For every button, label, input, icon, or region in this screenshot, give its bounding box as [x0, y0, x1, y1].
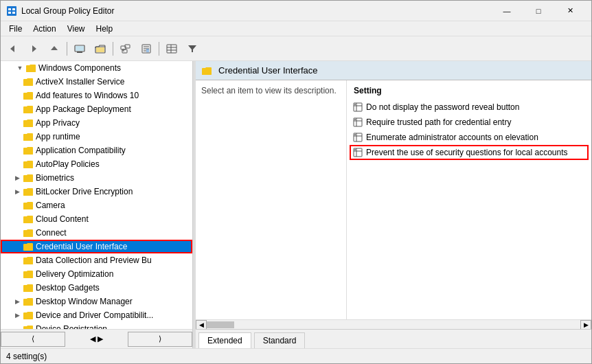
setting-row-s2[interactable]: Require trusted path for credential entr…	[350, 115, 589, 130]
tree-item-appRuntime[interactable]: App runtime	[1, 130, 192, 144]
folder-icon-camera	[23, 200, 34, 211]
setting-row-s3[interactable]: Enumerate administrator accounts on elev…	[350, 130, 589, 145]
description-pane: Select an item to view its description.	[196, 80, 347, 319]
expander-cloudContent[interactable]	[12, 214, 23, 225]
expander-appCompat[interactable]	[12, 145, 23, 156]
tree-item-desktopWindowMgr[interactable]: ▶ Desktop Window Manager	[1, 295, 192, 308]
tree-label-deliveryOpt: Delivery Optimization	[36, 269, 113, 279]
h-scroll-left[interactable]: ◀	[196, 320, 207, 330]
status-bar: 4 setting(s)	[1, 348, 591, 363]
expander-camera[interactable]	[12, 200, 23, 211]
folder-icon-deliveryOpt	[23, 269, 34, 280]
window-title: Local Group Policy Editor	[21, 6, 491, 16]
folder-icon-desktopGadgets	[23, 282, 34, 293]
folder-tree-button[interactable]	[116, 39, 135, 58]
setting-row-s1[interactable]: Do not display the password reveal butto…	[350, 100, 589, 115]
settings-header: Setting	[350, 83, 589, 100]
tree-item-biometrics[interactable]: ▶ Biometrics	[1, 171, 192, 185]
tree-label-deviceDriver: Device and Driver Compatibilit...	[36, 310, 153, 320]
folder-icon-desktopWindowMgr	[23, 296, 34, 307]
tree-label-addFeatures: Add features to Windows 10	[36, 91, 139, 100]
policy-button[interactable]	[137, 39, 156, 58]
expander-addFeatures[interactable]	[12, 90, 23, 101]
tree-item-deviceReg[interactable]: Device Registration	[1, 322, 192, 329]
menu-view[interactable]: View	[62, 23, 91, 35]
folder-icon-appRuntime	[23, 131, 34, 142]
header-folder-icon	[201, 65, 212, 76]
folder-icon-biometrics	[23, 172, 34, 183]
expander-desktopGadgets[interactable]	[12, 282, 23, 293]
tree-item-windows-components[interactable]: ▼ Windows Components	[1, 61, 192, 75]
expander-autoPlay[interactable]	[12, 159, 23, 170]
tree-item-activeX[interactable]: ActiveX Installer Service	[1, 75, 192, 89]
tree-item-appPrivacy[interactable]: App Privacy	[1, 116, 192, 130]
minimize-button[interactable]: —	[491, 1, 523, 21]
expander-icon[interactable]: ▼	[14, 62, 25, 73]
tree-item-credentialUI[interactable]: Credential User Interface	[1, 240, 192, 253]
expander-bitLocker[interactable]: ▶	[12, 186, 23, 197]
tree-label-biometrics: Biometrics	[36, 173, 74, 183]
tree-label-cloudContent: Cloud Content	[36, 214, 89, 224]
tab-extended[interactable]: Extended	[198, 332, 251, 348]
expander-appRuntime[interactable]	[12, 131, 23, 142]
tree-item-desktopGadgets[interactable]: Desktop Gadgets	[1, 281, 192, 295]
expander-biometrics[interactable]: ▶	[12, 172, 23, 183]
svg-rect-0	[7, 6, 16, 16]
tree-item-appPackage[interactable]: App Package Deployment	[1, 102, 192, 116]
tree-scroll[interactable]: ▼ Windows Components ActiveX Installer S…	[1, 61, 192, 329]
tree-nav-indicator: ◀ ▶	[65, 332, 128, 347]
h-scrollbar[interactable]: ◀ ▶	[196, 319, 591, 329]
table-view-button[interactable]	[162, 39, 181, 58]
svg-rect-3	[8, 12, 11, 14]
browse-button[interactable]	[91, 39, 110, 58]
expander-deliveryOpt[interactable]	[12, 269, 23, 280]
setting-text-s2: Require trusted path for credential entr…	[366, 117, 511, 127]
h-scroll-right[interactable]: ▶	[580, 320, 591, 330]
tab-standard[interactable]: Standard	[254, 332, 306, 348]
expander-deviceReg[interactable]	[12, 323, 23, 329]
main-content: ▼ Windows Components ActiveX Installer S…	[1, 61, 591, 348]
expander-appPrivacy[interactable]	[12, 117, 23, 128]
tree-item-deviceDriver[interactable]: ▶ Device and Driver Compatibilit...	[1, 308, 192, 322]
svg-rect-9	[77, 52, 82, 53]
expander-activeX[interactable]	[12, 76, 23, 87]
setting-row-s4[interactable]: Prevent the use of security questions fo…	[350, 145, 589, 160]
tree-item-addFeatures[interactable]: Add features to Windows 10	[1, 89, 192, 102]
tree-item-connect[interactable]: Connect	[1, 226, 192, 240]
forward-button[interactable]	[24, 39, 43, 58]
expander-credentialUI[interactable]	[12, 241, 23, 252]
browse-computer-button[interactable]	[70, 39, 89, 58]
maximize-button[interactable]: □	[523, 1, 554, 21]
expander-appPackage[interactable]	[12, 104, 23, 115]
tree-item-dataCollection[interactable]: Data Collection and Preview Bu	[1, 253, 192, 267]
tree-panel: ▼ Windows Components ActiveX Installer S…	[1, 61, 193, 348]
menu-action[interactable]: Action	[27, 23, 61, 35]
tree-label-activeX: ActiveX Installer Service	[36, 77, 124, 87]
tree-item-cloudContent[interactable]: Cloud Content	[1, 212, 192, 226]
tree-item-camera[interactable]: Camera	[1, 198, 192, 212]
main-window: Local Group Policy Editor — □ ✕ File Act…	[0, 0, 592, 364]
expander-deviceDriver[interactable]: ▶	[12, 310, 23, 321]
back-button[interactable]	[3, 39, 23, 58]
menu-help[interactable]: Help	[91, 23, 119, 35]
tree-item-deliveryOpt[interactable]: Delivery Optimization	[1, 267, 192, 281]
tree-item-autoPlay[interactable]: AutoPlay Policies	[1, 157, 192, 171]
tree-expand-button[interactable]: ⟨	[1, 332, 65, 347]
menu-file[interactable]: File	[3, 23, 27, 35]
tree-collapse-button[interactable]: ⟩	[128, 332, 192, 347]
tree-label-credentialUI: Credential User Interface	[36, 242, 127, 251]
right-panel-header: Credential User Interface	[196, 61, 591, 80]
svg-rect-10	[76, 46, 84, 51]
folder-icon-connect	[23, 227, 34, 238]
toolbar-sep-3	[159, 42, 159, 56]
up-button[interactable]	[45, 39, 64, 58]
filter-button[interactable]	[183, 39, 202, 58]
toolbar-sep-1	[67, 42, 67, 56]
expander-connect[interactable]	[12, 227, 23, 238]
close-button[interactable]: ✕	[554, 1, 586, 21]
tree-item-bitLocker[interactable]: ▶ BitLocker Drive Encryption	[1, 185, 192, 198]
expander-desktopWindowMgr[interactable]: ▶	[12, 296, 23, 307]
tree-label-desktopGadgets: Desktop Gadgets	[36, 283, 100, 293]
tree-item-appCompat[interactable]: Application Compatibility	[1, 144, 192, 157]
expander-dataCollection[interactable]	[12, 255, 23, 266]
